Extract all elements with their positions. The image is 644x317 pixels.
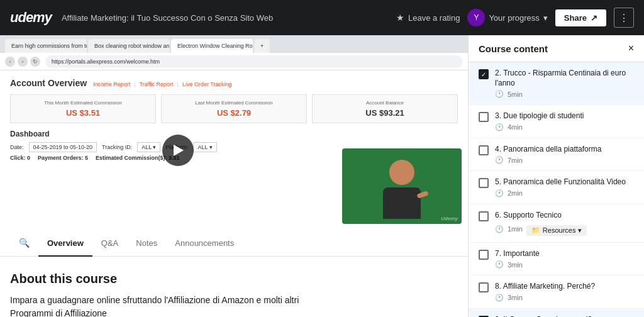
item-meta-7: 🕐 3min xyxy=(495,294,634,302)
item-checkbox-4[interactable] xyxy=(479,178,489,188)
click-value: 0 xyxy=(27,155,30,161)
stat-last-month-label: Last Month Estimated Commission xyxy=(167,100,301,106)
tab-announcements-label: Announcements xyxy=(175,238,234,248)
header: udemy Affiliate Marketing: il Tuo Succes… xyxy=(0,0,644,35)
page-title-row: Account Overview Income Report | Traffic… xyxy=(10,78,458,88)
refresh-button[interactable]: ↻ xyxy=(30,57,40,67)
item-meta-2: 🕐 4min xyxy=(495,123,634,131)
url-bar[interactable]: https://portals.aliexpress.com/welcome.h… xyxy=(45,55,463,68)
page-links: Income Report | Traffic Report | Live Or… xyxy=(93,81,231,87)
tab-label-2: Box cleaning robot window an... xyxy=(94,43,170,49)
about-section: About this course Impara a guadagnare on… xyxy=(0,257,468,317)
play-button[interactable] xyxy=(162,135,194,166)
item-content-2: 3. Due tipologie di studenti 🕐 4min xyxy=(495,111,634,131)
item-content-4: 5. Panoramica delle Funzionalità Video 🕐… xyxy=(495,177,634,197)
course-content-sidebar: Course content × ✓ 2. Trucco - Risparmia… xyxy=(468,35,644,317)
browser-address-bar: ‹ › ↻ https://portals.aliexpress.com/wel… xyxy=(0,53,468,70)
resources-label-5: Resources xyxy=(543,226,576,234)
video-section[interactable]: Earn high commissions from top... × Box … xyxy=(0,35,468,230)
sidebar-item-4[interactable]: 5. Panoramica delle Funzionalità Video 🕐… xyxy=(469,171,644,204)
sidebar-header: Course content × xyxy=(469,35,644,62)
chevron-icon-5: ▾ xyxy=(578,226,582,235)
clock-icon-5: 🕐 xyxy=(495,225,504,233)
stats-row: This Month Estimated Commission US $3.51… xyxy=(10,94,458,123)
traffic-report-link[interactable]: Traffic Report xyxy=(140,81,174,87)
stat-account-balance: Account Balance US $93.21 xyxy=(312,94,458,123)
item-duration-4: 2min xyxy=(508,189,523,197)
browser-nav-buttons: ‹ › ↻ xyxy=(5,57,40,67)
item-checkbox-7[interactable] xyxy=(479,282,489,292)
tab-overview[interactable]: Overview xyxy=(38,230,92,257)
item-duration-1: 5min xyxy=(508,91,523,98)
item-checkbox-1[interactable]: ✓ xyxy=(479,69,489,79)
item-checkbox-6[interactable] xyxy=(479,250,489,260)
item-content-7: 8. Affiliate Marketing. Perché? 🕐 3min xyxy=(495,282,634,302)
search-icon: 🔍 xyxy=(19,238,30,248)
item-content-1: 2. Trucco - Risparmia Centinaia di euro … xyxy=(495,69,634,98)
income-report-link[interactable]: Income Report xyxy=(93,81,130,87)
date-range-input[interactable]: 04-25-2019 to 05-10-20 xyxy=(29,142,97,152)
tab-announcements[interactable]: Announcements xyxy=(166,230,243,257)
main-layout: Earn high commissions from top... × Box … xyxy=(0,35,644,317)
star-icon: ★ xyxy=(396,13,404,23)
payment-orders-value: 5 xyxy=(85,155,88,161)
item-checkbox-2[interactable] xyxy=(479,112,489,122)
share-button[interactable]: Share ↗ xyxy=(555,9,606,26)
sidebar-items-list: ✓ 2. Trucco - Risparmia Centinaia di eur… xyxy=(469,62,644,317)
sidebar-item-7[interactable]: 8. Affiliate Marketing. Perché? 🕐 3min xyxy=(469,275,644,309)
resources-button-5[interactable]: 📁 Resources ▾ xyxy=(526,225,587,236)
leave-rating-button[interactable]: ★ Leave a rating xyxy=(396,13,460,23)
browser-tab-1[interactable]: Earn high commissions from top... × xyxy=(5,39,87,53)
udemy-logo: udemy xyxy=(10,9,52,26)
your-progress-button[interactable]: Y Your progress ▾ xyxy=(467,9,547,26)
chevron-down-icon: ▾ xyxy=(543,13,548,23)
item-title-6: 7. Importante xyxy=(495,249,634,259)
date-label: Date: xyxy=(10,144,24,150)
item-checkbox-5[interactable] xyxy=(479,211,489,221)
browser-tab-2[interactable]: Box cleaning robot window an... × xyxy=(88,39,170,53)
item-duration-5: 1min xyxy=(508,225,523,233)
your-progress-label: Your progress xyxy=(489,13,539,23)
item-title-7: 8. Affiliate Marketing. Perché? xyxy=(495,282,634,292)
play-icon xyxy=(174,145,184,156)
sidebar-item-3[interactable]: 4. Panoramica della piattaforma 🕐 7min xyxy=(469,138,644,172)
sidebar-item-8[interactable]: ✓ 9. Il Corso - Cosa Imparerai? 🕐 3min xyxy=(469,309,644,317)
item-content-3: 4. Panoramica della piattaforma 🕐 7min xyxy=(495,145,634,165)
presenter-figure xyxy=(377,155,427,218)
item-content-5: 6. Supporto Tecnico 🕐 1min 📁 Resources ▾ xyxy=(495,211,634,236)
item-checkbox-3[interactable] xyxy=(479,145,489,155)
browser-mockup: Earn high commissions from top... × Box … xyxy=(0,35,468,230)
live-order-tracking-link[interactable]: Live Order Tracking xyxy=(182,81,232,87)
more-options-button[interactable]: ⋮ xyxy=(614,8,634,28)
item-meta-4: 🕐 2min xyxy=(495,189,634,197)
item-duration-7: 3min xyxy=(508,294,523,301)
course-title: Affiliate Marketing: il Tuo Successo Con… xyxy=(62,13,386,23)
browser-tab-3[interactable]: Electron Window Cleaning Rob... × xyxy=(171,39,253,53)
item-title-2: 3. Due tipologie di studenti xyxy=(495,111,634,121)
sidebar-item-2[interactable]: 3. Due tipologie di studenti 🕐 4min xyxy=(469,105,644,138)
item-title-4: 5. Panoramica delle Funzionalità Video xyxy=(495,177,634,187)
tracking-label: Tracking ID: xyxy=(102,144,132,150)
tab-notes[interactable]: Notes xyxy=(127,230,166,257)
avatar: Y xyxy=(467,9,485,26)
stat-this-month-value: US $3.51 xyxy=(16,108,150,118)
forward-button[interactable]: › xyxy=(18,57,28,67)
sidebar-item-5[interactable]: 6. Supporto Tecnico 🕐 1min 📁 Resources ▾ xyxy=(469,204,644,243)
browser-tab-4[interactable]: + xyxy=(254,39,270,53)
tab-qa[interactable]: Q&A xyxy=(92,230,127,257)
sidebar-item-6[interactable]: 7. Importante 🕐 3min xyxy=(469,243,644,276)
item-duration-6: 3min xyxy=(508,261,523,269)
payment-orders-label: Payment Orders: 5 xyxy=(38,155,88,161)
clock-icon-1: 🕐 xyxy=(495,90,504,98)
platform-select[interactable]: ALL ▾ xyxy=(193,142,216,152)
click-label: Click: 0 xyxy=(10,155,30,161)
tab-search[interactable]: 🔍 xyxy=(10,230,38,257)
back-button[interactable]: ‹ xyxy=(5,57,15,67)
tab-label-3: Electron Window Cleaning Rob... xyxy=(177,43,253,49)
close-sidebar-button[interactable]: × xyxy=(628,43,634,54)
sidebar-item-1[interactable]: ✓ 2. Trucco - Risparmia Centinaia di eur… xyxy=(469,62,644,105)
tracking-id-select[interactable]: ALL ▾ xyxy=(137,142,160,152)
tab-overview-label: Overview xyxy=(47,238,84,248)
stat-this-month-label: This Month Estimated Commission xyxy=(16,100,150,106)
item-meta-1: 🕐 5min xyxy=(495,90,634,98)
